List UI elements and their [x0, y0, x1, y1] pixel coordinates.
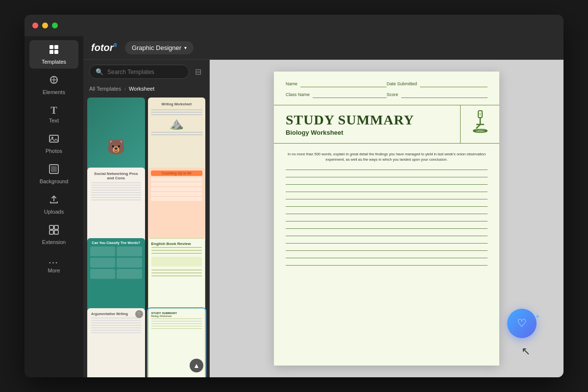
write-line [286, 243, 488, 244]
write-line [286, 199, 488, 199]
worksheet-lines [286, 170, 488, 266]
svg-rect-11 [49, 230, 53, 234]
sidebar-item-templates[interactable]: Templates [29, 40, 78, 69]
app-window: Templates Elements T Text Photos Backgro… [24, 15, 564, 377]
sidebar-item-photos[interactable]: Photos [29, 129, 78, 158]
panel-header: 🔍 ⊟ [83, 60, 209, 84]
mountain-icon: ⛰️ [151, 117, 203, 130]
template-card-english[interactable]: English Book Review [148, 238, 206, 315]
template-card-social[interactable]: Social Networking Pros and Cons [87, 168, 145, 245]
counting-title: Counting Up to 60 [151, 171, 203, 176]
score-label: Score [387, 92, 398, 97]
write-line [286, 177, 488, 177]
template-card-counting[interactable]: Counting Up to 60 [148, 168, 206, 245]
sidebar-item-label: Elements [43, 89, 65, 95]
name-line [300, 80, 387, 87]
search-input[interactable] [107, 69, 183, 75]
sidebar-item-label: Photos [46, 148, 62, 154]
name-field: Name [286, 80, 387, 87]
worksheet-main-title: STUDY SUMMARY [286, 112, 448, 128]
breadcrumb-separator: › [124, 86, 126, 92]
worksheet-body: In no more than 500 words, explain in gr… [274, 144, 499, 273]
sidebar-item-label: Text [49, 118, 59, 123]
svg-rect-2 [49, 50, 53, 54]
english-title: English Book Review [151, 242, 202, 246]
date-line [420, 80, 488, 87]
classify-title: Can You Classify The Words? [90, 241, 142, 245]
heart-badge: ♡ [135, 310, 143, 318]
worksheet-icon-box [460, 105, 499, 143]
sidebar-item-elements[interactable]: Elements [29, 71, 78, 99]
worksheet-instructions: In no more than 500 words, explain in gr… [286, 151, 488, 163]
svg-rect-14 [479, 113, 481, 116]
text-icon: T [50, 105, 57, 116]
sidebar-item-extension[interactable]: Extension [29, 220, 78, 249]
write-line [286, 228, 488, 229]
worksheet-title-section: STUDY SUMMARY Biology Worksheet [274, 105, 499, 144]
svg-rect-3 [54, 50, 58, 54]
worksheet-preview: Name Date Submitted Class Name [274, 72, 499, 366]
sidebar-item-label: Background [40, 178, 69, 184]
date-label: Date Submitted [387, 81, 417, 86]
heart-icon: ♡ [517, 317, 527, 330]
write-line [286, 250, 488, 251]
social-title: Social Networking Pros and Cons [91, 172, 141, 180]
breadcrumb-current: Worksheet [129, 86, 154, 92]
svg-rect-5 [49, 135, 58, 142]
close-button[interactable] [32, 23, 38, 28]
write-line [286, 265, 488, 266]
sidebar-item-text[interactable]: T Text [29, 101, 78, 127]
scroll-top-button[interactable]: ▲ [190, 359, 203, 372]
class-label: Class Name [286, 92, 310, 97]
svg-rect-10 [54, 225, 58, 229]
worksheet-sub-title: Biology Worksheet [286, 129, 448, 136]
elements-icon [49, 74, 59, 87]
svg-rect-12 [54, 230, 58, 234]
sidebar-item-label: More [48, 268, 60, 273]
canvas-area: Name Date Submitted Class Name [210, 60, 564, 377]
search-bar: 🔍 [89, 65, 189, 79]
write-line [286, 170, 488, 170]
logo: fotor® [91, 42, 117, 53]
uploads-icon [49, 194, 59, 207]
minimize-button[interactable] [42, 23, 48, 28]
score-field: Score [387, 91, 488, 98]
cursor-indicator: ↖ [521, 345, 530, 358]
template-card-classify[interactable]: Can You Classify The Words? [87, 238, 145, 315]
class-line [313, 91, 387, 98]
photos-icon [49, 133, 59, 146]
breadcrumb-all-link[interactable]: All Templates [89, 86, 121, 92]
worksheet-header-fields: Name Date Submitted Class Name [274, 72, 499, 105]
sidebar-item-background[interactable]: Background [29, 160, 78, 188]
template-card-vocab[interactable]: 🐻 [87, 98, 145, 174]
template-card-arg[interactable]: ♡ Argumentative Writing [87, 308, 145, 377]
mode-selector[interactable]: Graphic Designer [125, 41, 194, 54]
class-field: Class Name [286, 91, 387, 98]
sidebar-item-uploads[interactable]: Uploads [29, 190, 78, 219]
arg-title: Argumentative Writing [91, 312, 141, 316]
sidebar-item-more[interactable]: ●●● More [29, 251, 78, 277]
sparkle-icon: ✦ [535, 313, 540, 320]
sidebar: Templates Elements T Text Photos Backgro… [24, 36, 83, 377]
template-card-writing[interactable]: Writing Worksheet ⛰️ [148, 98, 206, 174]
svg-rect-1 [54, 45, 58, 49]
title-bar [24, 15, 564, 36]
favorites-fab[interactable]: ♡ ✦ [507, 309, 537, 338]
write-line [286, 221, 488, 221]
writing-title: Writing Worksheet [151, 102, 203, 106]
write-line [286, 184, 488, 185]
write-line [286, 206, 488, 207]
name-label: Name [286, 81, 297, 86]
microscope-icon [469, 110, 491, 139]
fullscreen-button[interactable] [52, 23, 58, 28]
sidebar-item-label: Uploads [44, 209, 64, 215]
breadcrumb: All Templates › Worksheet [83, 84, 209, 96]
sidebar-item-label: Templates [42, 59, 66, 65]
write-line [286, 236, 488, 236]
svg-rect-0 [49, 45, 53, 49]
more-icon: ●●● [49, 255, 59, 266]
templates-grid: 🐻 Writing Worksheet ⛰️ [83, 96, 209, 377]
filter-button[interactable]: ⊟ [193, 65, 203, 78]
write-line [286, 214, 488, 214]
svg-rect-9 [49, 225, 53, 229]
